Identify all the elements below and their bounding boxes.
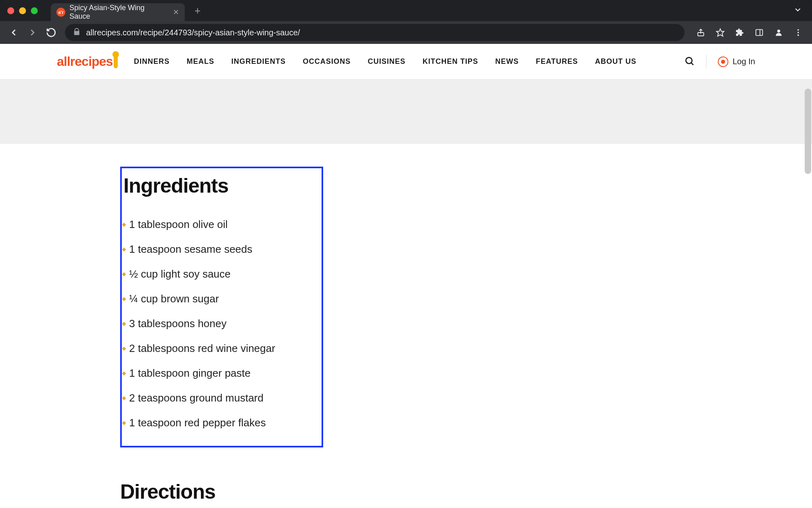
bookmark-star-icon[interactable] bbox=[712, 24, 728, 41]
ingredients-highlight-box: Ingredients 1 tablespoon olive oil 1 tea… bbox=[120, 167, 323, 447]
kebab-menu-icon[interactable] bbox=[790, 24, 806, 41]
login-button[interactable]: Log In bbox=[718, 56, 755, 67]
reload-button[interactable] bbox=[43, 24, 59, 41]
back-button[interactable] bbox=[6, 24, 22, 41]
svg-marker-1 bbox=[717, 29, 724, 36]
scrollbar-thumb[interactable] bbox=[805, 89, 811, 174]
browser-tab[interactable]: a'r Spicy Asian-Style Wing Sauce ✕ bbox=[51, 3, 185, 21]
svg-point-7 bbox=[797, 35, 799, 36]
separator bbox=[706, 55, 706, 69]
lock-icon bbox=[72, 27, 81, 38]
browser-toolbar: allrecipes.com/recipe/244793/spicy-asian… bbox=[0, 21, 812, 44]
toolbar-right-icons bbox=[693, 24, 806, 41]
nav-ingredients[interactable]: INGREDIENTS bbox=[231, 57, 286, 66]
nav-kitchen-tips[interactable]: KITCHEN TIPS bbox=[423, 57, 478, 66]
logo-text: allrecipes bbox=[57, 54, 113, 69]
site-header: allrecipes DINNERS MEALS INGREDIENTS OCC… bbox=[0, 44, 812, 80]
url-text: allrecipes.com/recipe/244793/spicy-asian… bbox=[86, 28, 300, 37]
nav-features[interactable]: FEATURES bbox=[536, 57, 578, 66]
svg-rect-2 bbox=[756, 30, 763, 36]
svg-point-5 bbox=[797, 29, 799, 31]
recipe-content: Ingredients 1 tablespoon olive oil 1 tea… bbox=[0, 144, 812, 504]
nav-dinners[interactable]: DINNERS bbox=[134, 57, 170, 66]
tab-close-button[interactable]: ✕ bbox=[173, 8, 179, 17]
nav-occasions[interactable]: OCCASIONS bbox=[303, 57, 351, 66]
svg-point-6 bbox=[797, 32, 799, 33]
list-item: 1 teaspoon red pepper flakes bbox=[122, 410, 322, 435]
list-item: ½ cup light soy sauce bbox=[122, 262, 322, 287]
directions-heading: Directions bbox=[120, 480, 812, 504]
search-icon[interactable] bbox=[684, 56, 695, 68]
forward-button[interactable] bbox=[24, 24, 41, 41]
page-viewport: allrecipes DINNERS MEALS INGREDIENTS OCC… bbox=[0, 44, 812, 508]
ingredients-list: 1 tablespoon olive oil 1 teaspoon sesame… bbox=[122, 212, 322, 435]
nav-cuisines[interactable]: CUISINES bbox=[368, 57, 406, 66]
list-item: 1 tablespoon olive oil bbox=[122, 212, 322, 237]
extensions-icon[interactable] bbox=[732, 24, 748, 41]
tabs-menu-button[interactable] bbox=[793, 5, 802, 16]
new-tab-button[interactable]: + bbox=[194, 4, 201, 17]
header-right: Log In bbox=[684, 55, 755, 69]
profile-icon[interactable] bbox=[771, 24, 787, 41]
tab-strip: a'r Spicy Asian-Style Wing Sauce ✕ + bbox=[0, 0, 812, 21]
list-item: 3 tablespoons honey bbox=[122, 311, 322, 336]
nav-meals[interactable]: MEALS bbox=[187, 57, 214, 66]
window-minimize-button[interactable] bbox=[19, 7, 26, 14]
svg-point-4 bbox=[777, 30, 780, 33]
logo-spoon-icon bbox=[114, 54, 118, 68]
list-item: 1 tablespoon ginger paste bbox=[122, 361, 322, 386]
browser-chrome: a'r Spicy Asian-Style Wing Sauce ✕ + all… bbox=[0, 0, 812, 44]
login-label: Log In bbox=[732, 57, 755, 66]
list-item: 2 tablespoons red wine vinegar bbox=[122, 336, 322, 361]
site-logo[interactable]: allrecipes bbox=[57, 54, 118, 69]
window-fullscreen-button[interactable] bbox=[31, 7, 38, 14]
list-item: ¼ cup brown sugar bbox=[122, 287, 322, 311]
nav-news[interactable]: NEWS bbox=[495, 57, 519, 66]
side-panel-icon[interactable] bbox=[751, 24, 767, 41]
window-controls bbox=[7, 7, 38, 14]
svg-point-8 bbox=[686, 57, 692, 63]
tab-title: Spicy Asian-Style Wing Sauce bbox=[69, 4, 167, 21]
svg-line-9 bbox=[691, 63, 693, 65]
share-icon[interactable] bbox=[693, 24, 709, 41]
ad-banner-area bbox=[0, 80, 812, 144]
user-icon bbox=[718, 56, 728, 67]
list-item: 2 teaspoons ground mustard bbox=[122, 386, 322, 410]
favicon-icon: a'r bbox=[56, 8, 65, 17]
window-close-button[interactable] bbox=[7, 7, 14, 14]
list-item: 1 teaspoon sesame seeds bbox=[122, 237, 322, 262]
address-bar[interactable]: allrecipes.com/recipe/244793/spicy-asian… bbox=[65, 24, 685, 41]
nav-about-us[interactable]: ABOUT US bbox=[595, 57, 636, 66]
ingredients-heading: Ingredients bbox=[122, 174, 322, 198]
main-nav: DINNERS MEALS INGREDIENTS OCCASIONS CUIS… bbox=[134, 57, 668, 66]
